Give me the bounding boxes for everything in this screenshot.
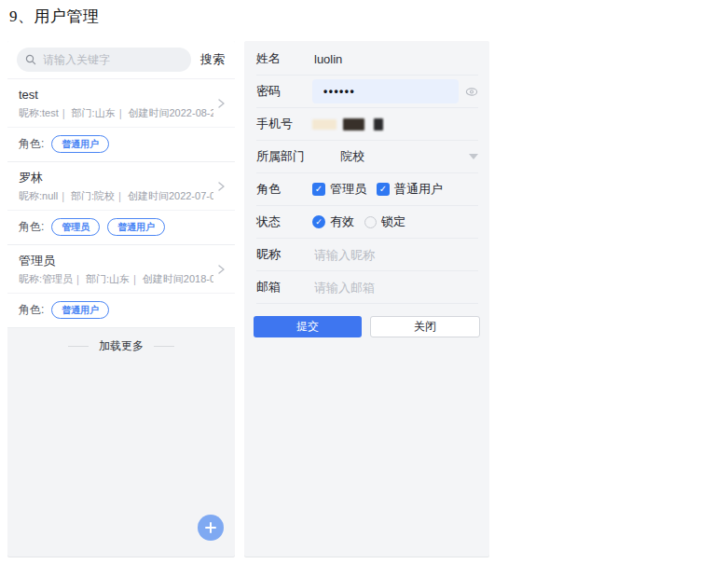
checkbox-admin-label: 管理员	[330, 181, 366, 198]
redacted-phone-value	[312, 118, 383, 131]
user-info: test 昵称:test｜ 部门:山东｜ 创建时间2022-08-26 10:2…	[19, 88, 213, 119]
redaction-block	[312, 119, 337, 130]
radio-locked[interactable]: 锁定	[364, 213, 405, 230]
form-buttons: 提交 关闭	[254, 316, 480, 337]
role-badge: 普通用户	[51, 301, 109, 319]
radio-locked-label: 锁定	[381, 213, 405, 230]
user-details: 昵称:管理员｜ 部门:山东｜ 创建时间2018-04-20 07:15:1	[19, 272, 213, 285]
eye-icon[interactable]	[465, 87, 478, 97]
form-row-name: 姓名	[256, 43, 478, 76]
user-card: 管理员 昵称:管理员｜ 部门:山东｜ 创建时间2018-04-20 07:15:…	[7, 245, 235, 328]
search-bar: 搜索	[7, 41, 235, 79]
checkbox-normal-user[interactable]: 普通用户	[377, 181, 443, 198]
user-list: test 昵称:test｜ 部门:山东｜ 创建时间2022-08-26 10:2…	[7, 79, 235, 328]
phone-label: 手机号	[256, 116, 312, 132]
form-row-role: 角色 管理员 普通用户	[256, 173, 478, 206]
form-row-email: 邮箱	[256, 271, 478, 304]
user-list-panel: 搜索 test 昵称:test｜ 部门:山东｜ 创建时间2022-08-26 1…	[7, 41, 235, 557]
email-field[interactable]	[312, 280, 478, 296]
checkbox-normal-user-label: 普通用户	[394, 181, 443, 198]
search-input[interactable]	[41, 52, 183, 67]
radio-valid[interactable]: 有效	[312, 213, 354, 230]
chevron-right-icon	[215, 263, 227, 276]
role-badge: 普通用户	[51, 135, 109, 153]
email-label: 邮箱	[256, 279, 312, 296]
plus-icon	[205, 522, 216, 533]
user-row[interactable]: test 昵称:test｜ 部门:山东｜ 创建时间2022-08-26 10:2…	[7, 79, 235, 128]
redaction-block	[343, 118, 364, 131]
form-row-department[interactable]: 所属部门 院校	[256, 141, 478, 173]
form-row-nickname: 昵称	[256, 239, 478, 271]
radio-unchecked-icon[interactable]	[364, 216, 377, 228]
user-row[interactable]: 管理员 昵称:管理员｜ 部门:山东｜ 创建时间2018-04-20 07:15:…	[7, 245, 235, 294]
form-row-password: 密码	[256, 76, 478, 108]
user-card: test 昵称:test｜ 部门:山东｜ 创建时间2022-08-26 10:2…	[7, 79, 235, 162]
load-more-label: 加载更多	[99, 338, 144, 354]
close-button[interactable]: 关闭	[370, 316, 480, 337]
nickname-field[interactable]	[312, 247, 478, 263]
password-label: 密码	[256, 83, 312, 100]
user-info: 罗林 昵称:null｜ 部门:院校｜ 创建时间2022-07-07 11:21:…	[19, 171, 213, 202]
role-badge: 普通用户	[107, 218, 165, 236]
user-form-panel: 姓名 密码 手机号 所属部门 院校	[244, 41, 489, 557]
user-name: 管理员	[19, 254, 213, 268]
triangle-down-icon[interactable]	[469, 154, 478, 159]
role-field-label: 角色	[256, 181, 312, 198]
redaction-block	[374, 118, 383, 131]
search-button[interactable]: 搜索	[199, 51, 226, 68]
chevron-right-icon	[215, 97, 227, 110]
submit-button[interactable]: 提交	[254, 316, 362, 337]
role-label: 角色:	[19, 136, 44, 152]
checkbox-checked-icon[interactable]	[377, 183, 390, 196]
user-details: 昵称:null｜ 部门:院校｜ 创建时间2022-07-07 11:21:36	[19, 189, 213, 202]
chevron-right-icon	[215, 180, 227, 193]
password-field-wrap[interactable]	[312, 79, 459, 103]
user-roles-row: 角色: 普通用户	[7, 128, 235, 162]
user-name: test	[19, 88, 213, 103]
role-label: 角色:	[19, 219, 44, 235]
load-more-button[interactable]: 加载更多	[7, 328, 235, 364]
user-details: 昵称:test｜ 部门:山东｜ 创建时间2022-08-26 10:29:59	[19, 106, 213, 119]
role-label: 角色:	[19, 302, 44, 318]
dash-line	[68, 346, 89, 347]
search-icon	[25, 54, 36, 65]
page-title: 9、用户管理	[9, 6, 100, 27]
nickname-label: 昵称	[256, 246, 312, 263]
department-select-value[interactable]: 院校	[340, 148, 364, 165]
form-row-status: 状态 有效 锁定	[256, 206, 478, 239]
role-badge: 管理员	[51, 218, 100, 236]
user-row[interactable]: 罗林 昵称:null｜ 部门:院校｜ 创建时间2022-07-07 11:21:…	[7, 162, 235, 211]
add-user-button[interactable]	[198, 515, 224, 541]
dash-line	[154, 346, 174, 347]
radio-checked-icon[interactable]	[312, 215, 325, 228]
form-row-phone: 手机号	[256, 108, 478, 141]
department-label: 所属部门	[256, 148, 312, 165]
user-roles-row: 角色: 管理员 普通用户	[7, 211, 235, 245]
page: 9、用户管理 搜索 test 昵称:test｜ 部门:山东｜ 创建时间2022-…	[0, 0, 728, 564]
radio-valid-label: 有效	[330, 213, 354, 230]
name-label: 姓名	[256, 50, 312, 67]
checkbox-admin[interactable]: 管理员	[312, 181, 366, 198]
name-field[interactable]	[312, 51, 478, 67]
user-roles-row: 角色: 普通用户	[7, 294, 235, 328]
status-field-label: 状态	[256, 213, 312, 230]
user-info: 管理员 昵称:管理员｜ 部门:山东｜ 创建时间2018-04-20 07:15:…	[19, 254, 213, 285]
user-card: 罗林 昵称:null｜ 部门:院校｜ 创建时间2022-07-07 11:21:…	[7, 162, 235, 245]
password-field[interactable]	[322, 84, 449, 99]
search-input-wrap[interactable]	[17, 48, 191, 72]
checkbox-checked-icon[interactable]	[312, 183, 325, 196]
user-name: 罗林	[19, 171, 213, 186]
